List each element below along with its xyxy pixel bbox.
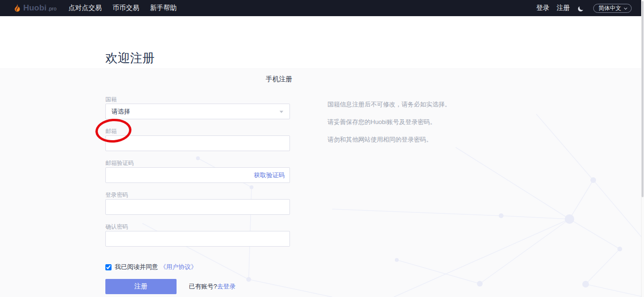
confirm-password-input[interactable] [106,231,289,246]
email-input[interactable] [106,136,289,151]
select-caret-icon [280,111,283,113]
moon-icon[interactable] [578,5,585,12]
navbar-right: 登录 注册 简体中文 [536,4,632,13]
language-selector[interactable]: 简体中文 [593,4,632,13]
confirm-password-field-box [105,231,290,247]
agreement-row: 我已阅读并同意 《用户协议》 [105,263,197,271]
nav-item-p2p-trading[interactable]: 点对点交易 [68,4,102,12]
password-label: 登录密码 [105,191,128,199]
login-hint: 已有账号?去登录 [189,279,235,294]
brand-suffix: .pro [47,6,56,11]
nationality-select-value: 请选择 [112,104,130,119]
password-field-box [105,199,290,215]
user-agreement-link[interactable]: 《用户协议》 [160,263,197,271]
huobi-logo[interactable]: Huobi .pro [13,3,56,13]
flame-icon [13,3,20,13]
scrollbar-track [641,0,644,297]
chevron-down-icon [624,6,627,10]
get-code-link[interactable]: 获取验证码 [254,168,285,182]
register-link[interactable]: 注册 [557,4,570,12]
registration-page: Huobi .pro 点对点交易 币币交易 新手帮助 登录 注册 简体中文 欢迎… [0,0,644,297]
nationality-select[interactable]: 请选择 [105,104,290,119]
hint-save-account: 请妥善保存您的Huobi账号及登录密码。 [327,119,527,125]
register-button[interactable]: 注册 [105,279,177,294]
login-link[interactable]: 登录 [536,4,550,12]
hint-unique-password: 请勿和其他网站使用相同的登录密码。 [327,136,527,143]
tab-phone-register[interactable]: 手机注册 [266,75,292,84]
nationality-label: 国籍 [105,96,117,104]
language-label: 简体中文 [598,4,621,12]
login-hint-text: 已有账号? [189,283,217,290]
confirm-password-label: 确认密码 [105,223,128,231]
brand-name: Huobi [23,3,47,13]
scrollbar-thumb[interactable] [642,1,644,197]
header-band [0,16,644,68]
agreement-checkbox[interactable] [105,264,112,270]
password-input[interactable] [106,200,289,214]
email-label: 邮箱 [105,127,117,135]
email-code-label: 邮箱验证码 [105,159,134,167]
go-login-link[interactable]: 去登录 [217,283,235,290]
email-field-box [105,135,290,151]
page-title: 欢迎注册 [105,50,155,67]
nav-item-spot-trading[interactable]: 币币交易 [112,4,139,12]
hints-panel: 国籍信息注册后不可修改，请务必如实选择。 请妥善保存您的Huobi账号及登录密码… [327,101,527,154]
hint-nationality: 国籍信息注册后不可修改，请务必如实选择。 [327,101,527,107]
agreement-text: 我已阅读并同意 [115,263,158,271]
nav-item-beginner-help[interactable]: 新手帮助 [150,4,177,12]
main-nav: 点对点交易 币币交易 新手帮助 [68,4,177,12]
top-navbar: Huobi .pro 点对点交易 币币交易 新手帮助 登录 注册 简体中文 [0,0,644,16]
email-code-field-box: 获取验证码 [105,167,290,183]
